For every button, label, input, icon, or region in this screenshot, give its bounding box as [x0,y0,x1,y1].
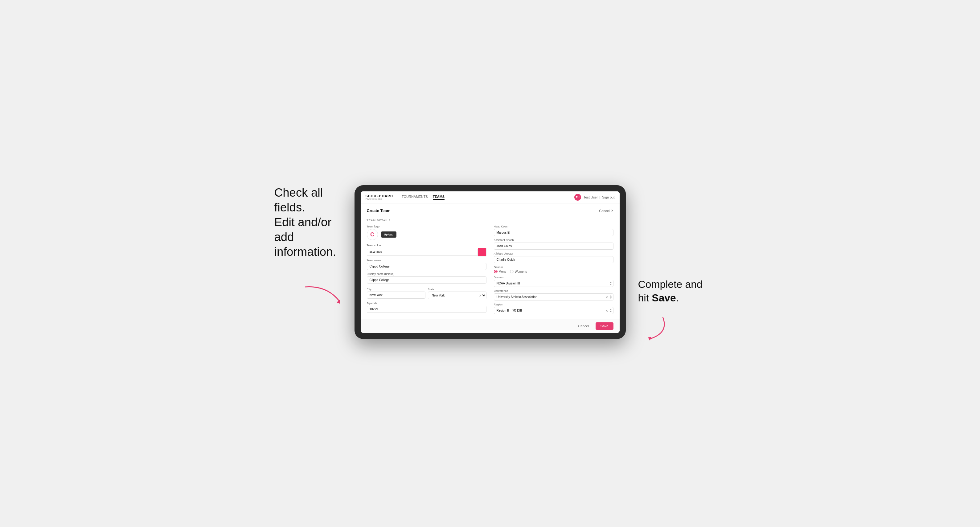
annotation-right: Complete and hit Save. [638,278,706,341]
state-label: State [428,288,434,291]
arrow-left-icon [302,284,342,305]
tablet-screen: SCOREBOARD Powered by clippi TOURNAMENTS… [361,191,620,333]
display-name-field: Display name (unique) [367,273,487,284]
colour-row [367,248,487,256]
colour-input[interactable] [367,249,478,256]
display-name-input[interactable] [367,276,487,284]
nav-right: TU Test User | Sign out [574,194,615,201]
region-field: Region Region II - (M) DIII ✕ ▲▼ [494,303,614,314]
head-coach-field: Head Coach [494,225,614,236]
division-select[interactable]: NCAA Division III [494,280,614,287]
logo-subtitle: Powered by clippi [366,198,393,200]
conference-label: Conference [494,289,614,292]
assistant-coach-input[interactable] [494,243,614,250]
form-right: Head Coach Assistant Coach Athletic Dire… [494,225,614,314]
region-clear-icon[interactable]: ✕ [605,309,608,312]
form-footer: Cancel Save [361,319,620,333]
nav-bar: SCOREBOARD Powered by clippi TOURNAMENTS… [361,191,620,203]
assistant-coach-field: Assistant Coach [494,238,614,250]
state-group: State New York ✕ ⌄ [428,286,487,299]
team-logo-label: Team logo [367,225,487,228]
conference-select[interactable]: University Athletic Association [494,294,614,300]
nav-items: TOURNAMENTS TEAMS [402,195,444,200]
cancel-top-button[interactable]: Cancel ✕ [599,209,613,213]
annotation-left-line2: Edit and/or add [274,215,342,244]
tablet-device: SCOREBOARD Powered by clippi TOURNAMENTS… [355,185,626,339]
city-group: City [367,286,425,299]
assistant-coach-label: Assistant Coach [494,238,614,241]
logo-title: SCOREBOARD [366,194,393,198]
sign-out-button[interactable]: Sign out [602,195,614,199]
nav-teams[interactable]: TEAMS [433,195,445,200]
city-state-row: City State New York ✕ [367,286,487,299]
athletic-director-label: Athletic Director [494,252,614,255]
annotation-left: Check all fields. Edit and/or add inform… [274,185,342,305]
state-select[interactable]: New York [428,292,487,299]
conference-select-wrap: University Athletic Association ✕ ▲▼ [494,294,614,300]
team-name-input[interactable] [367,263,487,270]
radio-mens-dot [494,270,498,273]
division-field: Division NCAA Division III ▲▼ [494,276,614,287]
save-button[interactable]: Save [596,322,614,330]
gender-radio-row: Mens Womens [494,270,614,273]
annotation-right-line1: Complete and [638,278,706,291]
user-label: Test User | [584,195,600,199]
arrow-right-icon [638,314,678,342]
annotation-left-line1: Check all fields. [274,185,342,215]
conference-clear-icon[interactable]: ✕ [605,295,608,298]
nav-tournaments[interactable]: TOURNAMENTS [402,195,428,200]
head-coach-label: Head Coach [494,225,614,228]
gender-mens-radio[interactable]: Mens [494,270,506,273]
region-select-wrap: Region II - (M) DIII ✕ ▲▼ [494,307,614,314]
gender-womens-radio[interactable]: Womens [510,270,527,273]
division-label: Division [494,276,614,279]
cancel-button[interactable]: Cancel [574,322,592,330]
form-left: Team logo C Upload Team colour [367,225,487,314]
radio-womens-dot [510,270,514,273]
app-logo: SCOREBOARD Powered by clippi [366,194,393,200]
colour-swatch[interactable] [478,248,487,256]
annotation-right-line2: hit Save. [638,291,706,305]
zip-input[interactable] [367,306,487,313]
division-select-wrap: NCAA Division III ▲▼ [494,280,614,287]
region-select[interactable]: Region II - (M) DIII [494,307,614,314]
team-colour-field: Team colour [367,244,487,256]
city-label: City [367,288,372,291]
main-content: Create Team Cancel ✕ TEAM DETAILS Team l… [361,203,620,319]
avatar: TU [574,194,581,201]
city-input[interactable] [367,292,425,298]
annotation-left-line3: information. [274,244,342,259]
gender-field: Gender Mens Womens [494,266,614,273]
conference-field: Conference University Athletic Associati… [494,289,614,300]
zip-field: Zip code [367,302,487,313]
team-name-label: Team name [367,259,487,262]
state-clear-icon[interactable]: ✕ [479,294,482,297]
form-grid: Team logo C Upload Team colour [367,225,614,314]
logo-area: C Upload [367,229,487,240]
page-title-bar: Create Team Cancel ✕ [367,208,614,213]
gender-label: Gender [494,266,614,269]
athletic-director-field: Athletic Director [494,252,614,263]
logo-preview: C [367,229,378,240]
city-state-field: City State New York ✕ [367,286,487,299]
team-name-field: Team name [367,259,487,270]
page-title: Create Team [367,208,391,213]
upload-button[interactable]: Upload [381,232,397,238]
team-colour-label: Team colour [367,244,487,247]
head-coach-input[interactable] [494,229,614,236]
display-name-label: Display name (unique) [367,273,487,276]
section-label: TEAM DETAILS [367,216,614,222]
athletic-director-input[interactable] [494,256,614,263]
region-label: Region [494,303,614,306]
team-logo-field: Team logo C Upload [367,225,487,241]
state-select-wrap: New York ✕ ⌄ [428,292,487,299]
zip-label: Zip code [367,302,487,305]
